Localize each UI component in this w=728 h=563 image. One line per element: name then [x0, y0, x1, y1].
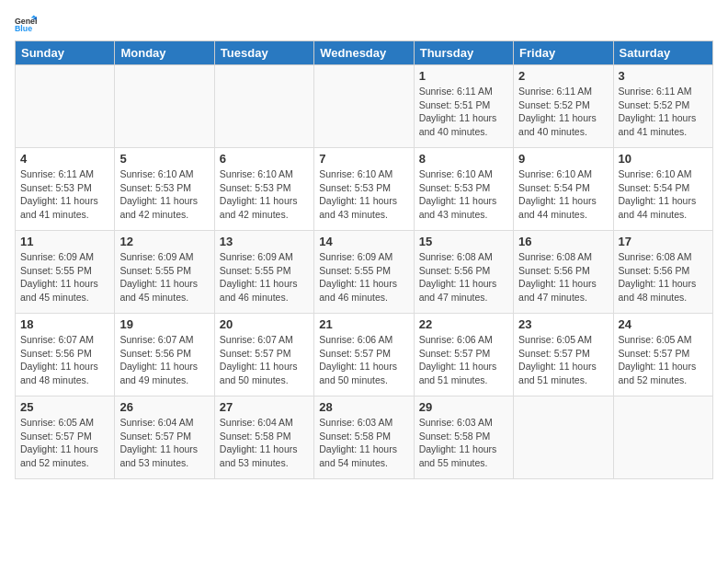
calendar-cell: 4Sunrise: 6:11 AMSunset: 5:53 PMDaylight…: [16, 148, 115, 231]
day-number: 23: [518, 317, 608, 331]
calendar-cell: 27Sunrise: 6:04 AMSunset: 5:58 PMDayligh…: [214, 396, 313, 479]
calendar-cell: 18Sunrise: 6:07 AMSunset: 5:56 PMDayligh…: [16, 314, 115, 396]
svg-text:Blue: Blue: [15, 24, 32, 33]
day-info: Sunrise: 6:11 AMSunset: 5:52 PMDaylight:…: [619, 85, 708, 139]
calendar-cell: 1Sunrise: 6:11 AMSunset: 5:51 PMDaylight…: [414, 65, 513, 148]
calendar-cell: [214, 65, 313, 148]
day-info: Sunrise: 6:11 AMSunset: 5:51 PMDaylight:…: [419, 85, 508, 139]
day-info: Sunrise: 6:10 AMSunset: 5:53 PMDaylight:…: [220, 167, 309, 222]
day-number: 14: [319, 235, 408, 248]
col-header-monday: Monday: [115, 41, 214, 65]
day-number: 22: [419, 317, 508, 331]
calendar-cell: 14Sunrise: 6:09 AMSunset: 5:55 PMDayligh…: [314, 231, 414, 314]
calendar-cell: 13Sunrise: 6:09 AMSunset: 5:55 PMDayligh…: [214, 231, 313, 314]
day-number: 21: [319, 317, 408, 331]
day-number: 11: [20, 235, 109, 248]
calendar-cell: 16Sunrise: 6:08 AMSunset: 5:56 PMDayligh…: [514, 231, 613, 314]
calendar-cell: [314, 65, 414, 148]
calendar-cell: 23Sunrise: 6:05 AMSunset: 5:57 PMDayligh…: [514, 314, 613, 396]
calendar-cell: 7Sunrise: 6:10 AMSunset: 5:53 PMDaylight…: [314, 148, 414, 231]
calendar-cell: 24Sunrise: 6:05 AMSunset: 5:57 PMDayligh…: [613, 314, 712, 396]
col-header-saturday: Saturday: [613, 41, 712, 65]
day-info: Sunrise: 6:09 AMSunset: 5:55 PMDaylight:…: [119, 250, 209, 304]
calendar-cell: [115, 65, 214, 148]
col-header-sunday: Sunday: [16, 41, 115, 65]
col-header-thursday: Thursday: [414, 41, 513, 65]
day-info: Sunrise: 6:07 AMSunset: 5:56 PMDaylight:…: [119, 333, 209, 387]
day-number: 12: [119, 235, 209, 248]
calendar-cell: 9Sunrise: 6:10 AMSunset: 5:54 PMDaylight…: [514, 148, 613, 231]
col-header-friday: Friday: [514, 41, 613, 65]
col-header-wednesday: Wednesday: [314, 41, 414, 65]
day-number: 7: [319, 152, 408, 166]
calendar-cell: 8Sunrise: 6:10 AMSunset: 5:53 PMDaylight…: [414, 148, 513, 231]
day-number: 2: [518, 69, 608, 83]
day-number: 20: [220, 317, 309, 331]
day-info: Sunrise: 6:04 AMSunset: 5:58 PMDaylight:…: [220, 416, 309, 470]
calendar-cell: 19Sunrise: 6:07 AMSunset: 5:56 PMDayligh…: [115, 314, 214, 396]
day-number: 5: [119, 152, 209, 166]
day-number: 15: [419, 235, 508, 248]
calendar-cell: 20Sunrise: 6:07 AMSunset: 5:57 PMDayligh…: [214, 314, 313, 396]
day-number: 24: [619, 317, 708, 331]
day-info: Sunrise: 6:10 AMSunset: 5:53 PMDaylight:…: [319, 167, 408, 222]
day-info: Sunrise: 6:06 AMSunset: 5:57 PMDaylight:…: [419, 333, 508, 387]
day-number: 25: [20, 400, 109, 414]
day-info: Sunrise: 6:08 AMSunset: 5:56 PMDaylight:…: [619, 250, 708, 304]
day-info: Sunrise: 6:08 AMSunset: 5:56 PMDaylight:…: [419, 250, 508, 304]
day-info: Sunrise: 6:05 AMSunset: 5:57 PMDaylight:…: [518, 333, 608, 387]
calendar-cell: [613, 396, 712, 479]
calendar-cell: 28Sunrise: 6:03 AMSunset: 5:58 PMDayligh…: [314, 396, 414, 479]
day-info: Sunrise: 6:09 AMSunset: 5:55 PMDaylight:…: [20, 250, 109, 304]
day-info: Sunrise: 6:03 AMSunset: 5:58 PMDaylight:…: [419, 416, 508, 470]
calendar-table: SundayMondayTuesdayWednesdayThursdayFrid…: [15, 40, 713, 479]
day-info: Sunrise: 6:09 AMSunset: 5:55 PMDaylight:…: [319, 250, 408, 304]
calendar-cell: 5Sunrise: 6:10 AMSunset: 5:53 PMDaylight…: [115, 148, 214, 231]
day-info: Sunrise: 6:10 AMSunset: 5:53 PMDaylight:…: [419, 167, 508, 222]
day-info: Sunrise: 6:07 AMSunset: 5:57 PMDaylight:…: [220, 333, 309, 387]
calendar-cell: [16, 65, 115, 148]
col-header-tuesday: Tuesday: [214, 41, 313, 65]
day-number: 6: [220, 152, 309, 166]
day-info: Sunrise: 6:06 AMSunset: 5:57 PMDaylight:…: [319, 333, 408, 387]
calendar-cell: 17Sunrise: 6:08 AMSunset: 5:56 PMDayligh…: [613, 231, 712, 314]
logo-icon: General Blue: [15, 15, 37, 33]
day-info: Sunrise: 6:08 AMSunset: 5:56 PMDaylight:…: [518, 250, 608, 304]
day-number: 28: [319, 400, 408, 414]
day-number: 29: [419, 400, 508, 414]
page-header: General Blue: [15, 15, 713, 33]
day-info: Sunrise: 6:04 AMSunset: 5:57 PMDaylight:…: [119, 416, 209, 470]
logo[interactable]: General Blue: [15, 15, 40, 33]
calendar-cell: 10Sunrise: 6:10 AMSunset: 5:54 PMDayligh…: [613, 148, 712, 231]
calendar-cell: 3Sunrise: 6:11 AMSunset: 5:52 PMDaylight…: [613, 65, 712, 148]
day-info: Sunrise: 6:11 AMSunset: 5:52 PMDaylight:…: [518, 85, 608, 139]
day-info: Sunrise: 6:09 AMSunset: 5:55 PMDaylight:…: [220, 250, 309, 304]
day-number: 18: [20, 317, 109, 331]
calendar-cell: 12Sunrise: 6:09 AMSunset: 5:55 PMDayligh…: [115, 231, 214, 314]
calendar-cell: 11Sunrise: 6:09 AMSunset: 5:55 PMDayligh…: [16, 231, 115, 314]
day-number: 26: [119, 400, 209, 414]
calendar-cell: 22Sunrise: 6:06 AMSunset: 5:57 PMDayligh…: [414, 314, 513, 396]
calendar-cell: 25Sunrise: 6:05 AMSunset: 5:57 PMDayligh…: [16, 396, 115, 479]
day-number: 1: [419, 69, 508, 83]
calendar-cell: [514, 396, 613, 479]
day-info: Sunrise: 6:10 AMSunset: 5:53 PMDaylight:…: [119, 167, 209, 222]
calendar-cell: 6Sunrise: 6:10 AMSunset: 5:53 PMDaylight…: [214, 148, 313, 231]
calendar-cell: 2Sunrise: 6:11 AMSunset: 5:52 PMDaylight…: [514, 65, 613, 148]
day-info: Sunrise: 6:05 AMSunset: 5:57 PMDaylight:…: [619, 333, 708, 387]
day-info: Sunrise: 6:10 AMSunset: 5:54 PMDaylight:…: [619, 167, 708, 222]
day-number: 19: [119, 317, 209, 331]
calendar-cell: 21Sunrise: 6:06 AMSunset: 5:57 PMDayligh…: [314, 314, 414, 396]
day-info: Sunrise: 6:11 AMSunset: 5:53 PMDaylight:…: [20, 167, 109, 222]
day-number: 13: [220, 235, 309, 248]
day-number: 17: [619, 235, 708, 248]
day-number: 10: [619, 152, 708, 166]
day-number: 3: [619, 69, 708, 83]
day-number: 9: [518, 152, 608, 166]
day-number: 4: [20, 152, 109, 166]
day-number: 8: [419, 152, 508, 166]
day-info: Sunrise: 6:10 AMSunset: 5:54 PMDaylight:…: [518, 167, 608, 222]
day-info: Sunrise: 6:05 AMSunset: 5:57 PMDaylight:…: [20, 416, 109, 470]
day-info: Sunrise: 6:03 AMSunset: 5:58 PMDaylight:…: [319, 416, 408, 470]
day-number: 16: [518, 235, 608, 248]
